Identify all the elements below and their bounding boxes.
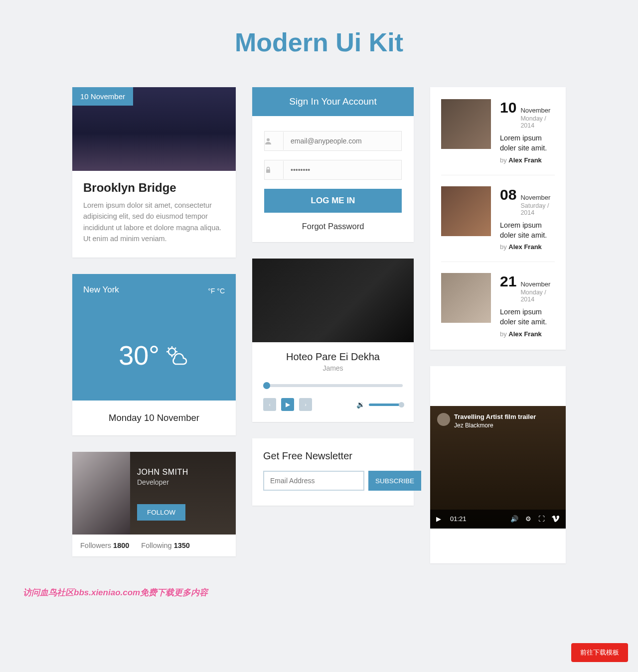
lock-icon	[265, 161, 284, 179]
page-title: Modern Ui Kit	[0, 0, 638, 87]
settings-icon[interactable]: ⚙	[525, 515, 531, 523]
posts-card: 10NovemberMonday / 2014 Lorem ipsum dole…	[430, 87, 566, 350]
signin-card: Sign In Your Account LOG ME IN Forgot Pa…	[252, 87, 414, 242]
track-title: Hoteo Pare Ei Dekha	[263, 351, 403, 363]
date-badge: 10 November	[72, 87, 133, 106]
email-field-wrap	[264, 131, 402, 151]
subscribe-button[interactable]: SUBSCRIBE	[368, 471, 421, 491]
post-author: by Alex Frank	[500, 330, 555, 338]
newsletter-title: Get Free Newsletter	[263, 450, 403, 462]
avatar	[72, 452, 130, 535]
article-image: 10 November	[72, 87, 236, 171]
video-time: 01:21	[450, 515, 467, 523]
progress-bar[interactable]	[263, 384, 403, 387]
post-item[interactable]: 10NovemberMonday / 2014 Lorem ipsum dole…	[441, 99, 555, 175]
user-icon	[265, 132, 284, 150]
video-player[interactable]: Travelling Artist film trailer Jez Black…	[430, 406, 566, 529]
signin-title: Sign In Your Account	[252, 87, 414, 116]
post-author: by Alex Frank	[500, 243, 555, 251]
video-title: Travelling Artist film trailer	[454, 413, 536, 420]
post-author: by Alex Frank	[500, 156, 555, 164]
post-item[interactable]: 08NovemberSaturday / 2014 Lorem ipsum do…	[441, 175, 555, 263]
password-field-wrap	[264, 160, 402, 180]
volume-icon[interactable]: 🔊	[510, 515, 518, 523]
weather-date: Monday 10 November	[72, 401, 236, 435]
follow-button[interactable]: FOLLOW	[137, 504, 185, 521]
profile-role: Developer	[137, 478, 229, 486]
track-artist: James	[263, 364, 403, 372]
svg-rect-2	[266, 169, 270, 173]
forgot-password-link[interactable]: Forgot Password	[264, 222, 402, 231]
volume-icon: 🔉	[356, 401, 365, 408]
password-field[interactable]	[284, 160, 401, 179]
newsletter-card: Get Free Newsletter SUBSCRIBE	[252, 438, 414, 506]
fullscreen-icon[interactable]: ⛶	[538, 515, 545, 523]
profile-name: JOHN SMITH	[137, 468, 229, 477]
weather-card: New York °F °C 30° Monday 10 November	[72, 274, 236, 435]
svg-point-0	[168, 348, 175, 355]
watermark: 访问血鸟社区bbs.xieniao.com免费下载更多内容	[23, 587, 208, 598]
newsletter-email-field[interactable]	[263, 471, 364, 491]
prev-button[interactable]: ‹	[263, 398, 276, 411]
album-cover	[252, 259, 414, 342]
following-stat: Following 1350	[141, 541, 190, 549]
vimeo-icon[interactable]	[552, 516, 560, 523]
post-thumb	[441, 273, 491, 323]
post-item[interactable]: 21NovemberMonday / 2014 Lorem ipsum dole…	[441, 262, 555, 338]
play-button[interactable]: ▶	[281, 398, 294, 411]
weather-temp: 30°	[119, 340, 160, 371]
profile-card: JOHN SMITH Developer FOLLOW Followers 18…	[72, 452, 236, 556]
article-heading: Brooklyn Bridge	[83, 181, 225, 195]
email-field[interactable]	[284, 132, 401, 150]
video-card: Travelling Artist film trailer Jez Black…	[430, 366, 566, 563]
video-author: Jez Blackmore	[454, 422, 493, 429]
next-button[interactable]: ›	[299, 398, 312, 411]
weather-units[interactable]: °F °C	[208, 287, 225, 295]
article-text: Lorem ipsum dolor sit amet, consectetur …	[83, 200, 225, 245]
svg-point-1	[267, 138, 270, 141]
video-avatar	[437, 413, 450, 426]
post-thumb	[441, 99, 491, 149]
play-icon[interactable]: ▶	[436, 515, 441, 523]
music-player-card: Hoteo Pare Ei Dekha James ‹ ▶ › 🔉	[252, 259, 414, 422]
weather-city: New York	[83, 285, 225, 295]
volume-slider[interactable]	[369, 403, 403, 406]
article-card: 10 November Brooklyn Bridge Lorem ipsum …	[72, 87, 236, 258]
followers-stat: Followers 1800	[80, 541, 129, 549]
post-thumb	[441, 186, 491, 236]
sun-cloud-icon	[164, 345, 189, 365]
login-button[interactable]: LOG ME IN	[264, 189, 402, 213]
